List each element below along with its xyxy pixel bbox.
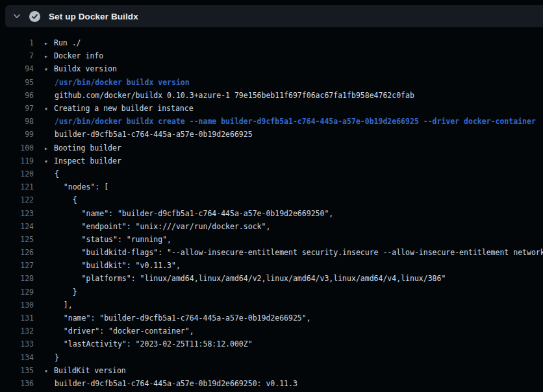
log-group-toggle[interactable]: ▾Creating a new builder instance: [44, 104, 194, 113]
line-number[interactable]: 94: [0, 64, 34, 73]
group-title: Creating a new builder instance: [54, 104, 194, 113]
line-number[interactable]: 126: [0, 248, 34, 257]
log-line: 98 /usr/bin/docker buildx create --name …: [0, 115, 543, 128]
log-line: 131 "name": "builder-d9cfb5a1-c764-445a-…: [0, 312, 543, 325]
line-number[interactable]: 135: [0, 366, 34, 375]
chevron-right-icon: ▸: [44, 145, 54, 152]
log-output-text: "buildkit": "v0.11.3",: [44, 261, 181, 270]
log-group-toggle[interactable]: ▾Inspect builder: [44, 156, 121, 165]
log-output-text: "name": "builder-d9cfb5a1-c764-445a-a57e…: [44, 313, 311, 323]
log-group-toggle[interactable]: ▸Docker info: [44, 51, 103, 60]
chevron-down-icon: ▾: [44, 105, 54, 112]
chevron-down-icon[interactable]: [12, 11, 22, 21]
line-number[interactable]: 1: [0, 38, 34, 47]
log-group-row: 97 ▾Creating a new builder instance: [0, 102, 543, 115]
log-output-text: "platforms": "linux/amd64,linux/amd64/v2…: [44, 274, 446, 283]
line-number[interactable]: 95: [0, 78, 34, 87]
log-line: 124 "endpoint": "unix:///var/run/docker.…: [0, 220, 543, 233]
log-output-text: "driver": "docker-container",: [44, 326, 194, 336]
log-group-toggle[interactable]: ▸Booting builder: [44, 143, 121, 153]
log-line: 130 ],: [0, 299, 543, 312]
step-header[interactable]: Set up Docker Buildx: [5, 5, 543, 27]
log-group-row: 100 ▸Booting builder: [0, 141, 543, 154]
log-group-row: 1 ▸Run ./: [0, 36, 543, 49]
log-line: 123 "name": "builder-d9cfb5a1-c764-445a-…: [0, 206, 543, 219]
log-output-text: "name": "builder-d9cfb5a1-c764-445a-a57e…: [44, 209, 333, 218]
log-group-toggle[interactable]: ▸Run ./: [44, 38, 81, 47]
line-number[interactable]: 121: [0, 182, 34, 191]
line-number[interactable]: 131: [0, 313, 34, 323]
chevron-down-icon: ▾: [44, 367, 54, 374]
log-command-text: /usr/bin/docker buildx version: [44, 78, 190, 87]
group-title: Inspect builder: [54, 156, 121, 165]
line-number[interactable]: 132: [0, 326, 34, 336]
group-title: Booting builder: [54, 143, 121, 153]
log-line: 136 builder-d9cfb5a1-c764-445a-a57e-0b19…: [0, 377, 543, 390]
log-output-text: ],: [44, 300, 73, 310]
log-command-text: /usr/bin/docker buildx create --name bui…: [44, 117, 536, 126]
line-number[interactable]: 133: [0, 339, 34, 349]
chevron-down-icon: ▾: [44, 66, 54, 73]
log-output-text: }: [44, 353, 59, 362]
log-line: 129 }: [0, 286, 543, 299]
group-title: Docker info: [54, 51, 103, 60]
line-number[interactable]: 119: [0, 156, 34, 165]
line-number[interactable]: 122: [0, 195, 34, 204]
log-line: 132 "driver": "docker-container",: [0, 325, 543, 337]
log-output-text: "lastActivity": "2023-02-25T11:58:12.000…: [44, 339, 253, 349]
log-line: 120 {: [0, 167, 543, 180]
line-number[interactable]: 98: [0, 117, 34, 126]
line-number[interactable]: 128: [0, 274, 34, 283]
log-group-row: 94 ▾Buildx version: [0, 62, 543, 75]
log-line: 128 "platforms": "linux/amd64,linux/amd6…: [0, 272, 543, 285]
log-output-text: "nodes": [: [44, 182, 108, 191]
line-number[interactable]: 123: [0, 209, 34, 218]
line-number[interactable]: 97: [0, 104, 34, 113]
group-title: BuildKit version: [54, 366, 126, 375]
log-line: 126 "buildkitd-flags": "--allow-insecure…: [0, 246, 543, 259]
log-output-text: {: [44, 195, 77, 204]
group-title: Buildx version: [54, 64, 117, 73]
line-number[interactable]: 7: [0, 51, 34, 60]
log-line: 96 github.com/docker/buildx 0.10.3+azure…: [0, 89, 543, 102]
line-number[interactable]: 100: [0, 143, 34, 153]
log-group-toggle[interactable]: ▾Buildx version: [44, 64, 117, 73]
log-line: 99 builder-d9cfb5a1-c764-445a-a57e-0b19d…: [0, 128, 543, 141]
group-title: Run ./: [54, 38, 81, 47]
log-output-text: "status": "running",: [44, 235, 171, 244]
log-group-row: 7 ▸Docker info: [0, 49, 543, 62]
chevron-right-icon: ▸: [44, 53, 54, 60]
log-line: 121 "nodes": [: [0, 180, 543, 193]
line-number[interactable]: 125: [0, 235, 34, 244]
log-lines: 1 ▸Run ./ 7 ▸Docker info 94 ▾Buildx vers…: [0, 36, 543, 390]
log-output-text: builder-d9cfb5a1-c764-445a-a57e-0b19d2e6…: [44, 130, 253, 139]
line-number[interactable]: 136: [0, 379, 34, 388]
line-number[interactable]: 96: [0, 91, 34, 100]
log-output-text: builder-d9cfb5a1-c764-445a-a57e-0b19d2e6…: [44, 379, 297, 388]
log-group-toggle[interactable]: ▾BuildKit version: [44, 366, 126, 375]
log-line: 125 "status": "running",: [0, 233, 543, 246]
check-circle-icon: [29, 11, 40, 22]
log-output-text: }: [44, 288, 77, 297]
line-number[interactable]: 127: [0, 261, 34, 270]
step-title: Set up Docker Buildx: [49, 12, 138, 21]
line-number[interactable]: 130: [0, 300, 34, 310]
log-line: 133 "lastActivity": "2023-02-25T11:58:12…: [0, 337, 543, 350]
log-line: 95 /usr/bin/docker buildx version: [0, 76, 543, 89]
log-output-text: {: [44, 169, 59, 178]
log-line: 127 "buildkit": "v0.11.3",: [0, 259, 543, 272]
log-output-text: github.com/docker/buildx 0.10.3+azure-1 …: [44, 91, 414, 100]
log-group-row: 119 ▾Inspect builder: [0, 154, 543, 167]
chevron-right-icon: ▸: [44, 40, 54, 47]
log-output-text: "buildkitd-flags": "--allow-insecure-ent…: [44, 248, 543, 257]
log-output-text: "endpoint": "unix:///var/run/docker.sock…: [44, 222, 270, 231]
line-number[interactable]: 134: [0, 353, 34, 362]
line-number[interactable]: 99: [0, 130, 34, 139]
line-number[interactable]: 120: [0, 169, 34, 178]
log-line: 122 {: [0, 193, 543, 206]
line-number[interactable]: 129: [0, 288, 34, 297]
line-number[interactable]: 124: [0, 222, 34, 231]
log-line: 134 }: [0, 351, 543, 364]
chevron-down-icon: ▾: [44, 158, 54, 165]
log-group-row: 135 ▾BuildKit version: [0, 364, 543, 377]
